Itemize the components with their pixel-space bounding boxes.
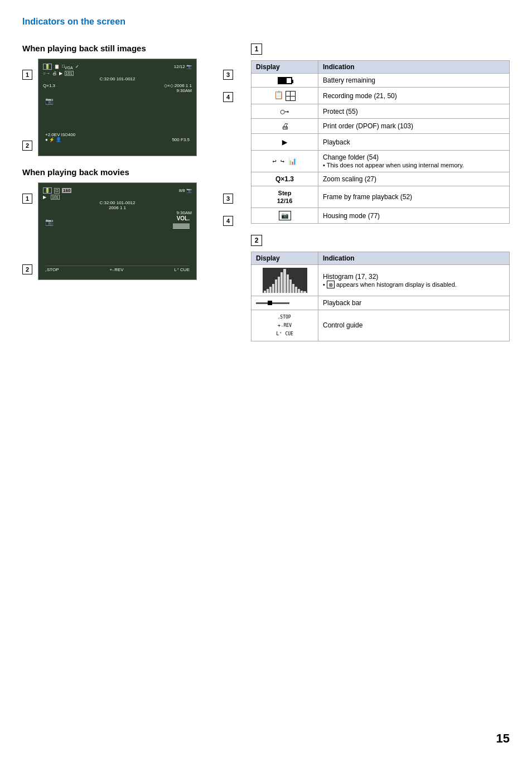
movies-heading: When playing back movies bbox=[22, 167, 234, 177]
indication-cell-housing: Housing mode (77) bbox=[318, 208, 510, 224]
display-cell-housing: 📷 bbox=[252, 208, 318, 224]
table2-col-display: Display bbox=[252, 252, 318, 265]
page-title: Indicators on the screen bbox=[22, 17, 510, 27]
table-row: ↩ ↪ 📊 Change folder (54) • This does not… bbox=[252, 151, 510, 172]
page-number: 15 bbox=[496, 731, 510, 746]
still-images-section: When playing back still images 1 2 3 4 bbox=[22, 44, 234, 156]
indication-cell-print: Print order (DPOF) mark (103) bbox=[318, 119, 510, 134]
indication-cell-playbar: Playback bar bbox=[318, 296, 510, 310]
indication-cell-battery: Battery remaining bbox=[318, 74, 510, 88]
display-cell-step: Step12/16 bbox=[252, 186, 318, 208]
display-cell-playbar bbox=[252, 296, 318, 310]
control-guide-display: ꜀STOP +₋REV L⁺ CUE bbox=[256, 313, 313, 337]
right-panel: 1 Display Indication bbox=[251, 44, 510, 353]
table1-section: 1 Display Indication bbox=[251, 44, 510, 224]
table-row: Step12/16 Frame by frame playback (52) bbox=[252, 186, 510, 208]
display-cell-print: 🖨 bbox=[252, 119, 318, 134]
indication-cell-folder: Change folder (54) • This does not appea… bbox=[318, 151, 510, 172]
label-3-still: 3 bbox=[223, 70, 234, 80]
table-row: Battery remaining bbox=[252, 74, 510, 88]
label-4-movie: 4 bbox=[223, 216, 234, 226]
indication-cell-protect: Protect (55) bbox=[318, 104, 510, 119]
still-images-camera-screen: 🔋 📋 □VGA ✓ 12/12 📷 ○→ 🖨 bbox=[38, 59, 197, 156]
table2: Display Indication Histogram (17, 32) bbox=[251, 252, 510, 341]
histogram-display bbox=[263, 268, 307, 293]
left-panel: When playing back still images 1 2 3 4 bbox=[22, 44, 234, 353]
table-row: ▶ Playback bbox=[252, 134, 510, 151]
label-1-movie: 1 bbox=[22, 194, 33, 204]
table-row: 📋 Recording mode (21, 50) bbox=[252, 88, 510, 104]
section-num-2: 2 bbox=[251, 235, 262, 246]
label-1-still: 1 bbox=[22, 70, 33, 80]
display-cell-battery bbox=[252, 74, 318, 88]
indication-cell-control-guide: Control guide bbox=[318, 310, 510, 341]
section-num-1: 1 bbox=[251, 44, 262, 55]
still-images-heading: When playing back still images bbox=[22, 44, 234, 53]
indication-cell-zoom: Zoom scaling (27) bbox=[318, 172, 510, 186]
movies-section: When playing back movies 1 2 3 4 bbox=[22, 167, 234, 280]
table-row: Q×1.3 Zoom scaling (27) bbox=[252, 172, 510, 186]
indication-cell-playback: Playback bbox=[318, 134, 510, 151]
table1-col-indication: Indication bbox=[318, 61, 510, 74]
table-row: 📷 Housing mode (77) bbox=[252, 208, 510, 224]
indication-cell-step: Frame by frame playback (52) bbox=[318, 186, 510, 208]
display-cell-playback: ▶ bbox=[252, 134, 318, 151]
playbar bbox=[256, 302, 289, 304]
label-3-movie: 3 bbox=[223, 194, 234, 204]
display-cell-protect: ○→ bbox=[252, 104, 318, 119]
display-cell-histogram bbox=[252, 265, 318, 296]
table-row: 🖨 Print order (DPOF) mark (103) bbox=[252, 119, 510, 134]
movies-screen-container: 1 2 3 4 🔋 ⊡ bbox=[22, 182, 234, 280]
table2-section: 2 Display Indication bbox=[251, 235, 510, 341]
label-4-still: 4 bbox=[223, 92, 234, 102]
table2-col-indication: Indication bbox=[318, 252, 510, 265]
table-row: Playback bar bbox=[252, 296, 510, 310]
display-cell-folder: ↩ ↪ 📊 bbox=[252, 151, 318, 172]
indication-cell-recording: Recording mode (21, 50) bbox=[318, 88, 510, 104]
display-cell-recording: 📋 bbox=[252, 88, 318, 104]
table1-col-display: Display bbox=[252, 61, 318, 74]
label-2-still: 2 bbox=[22, 141, 33, 151]
display-cell-control-guide: ꜀STOP +₋REV L⁺ CUE bbox=[252, 310, 318, 341]
indication-cell-histogram: Histogram (17, 32) • ⊗ appears when hist… bbox=[318, 265, 510, 296]
table1: Display Indication Battery remainin bbox=[251, 60, 510, 224]
table-row: Histogram (17, 32) • ⊗ appears when hist… bbox=[252, 265, 510, 296]
table-row: ○→ Protect (55) bbox=[252, 104, 510, 119]
table-row: ꜀STOP +₋REV L⁺ CUE Control guide bbox=[252, 310, 510, 341]
movies-camera-screen: 🔋 ⊡ 160 8/8 📷 ▶ 101 C:32:00 101- bbox=[38, 182, 197, 280]
playbar-container bbox=[256, 302, 313, 304]
still-images-screen-container: 1 2 3 4 🔋 📋 bbox=[22, 59, 234, 156]
label-2-movie: 2 bbox=[22, 264, 33, 274]
display-cell-zoom: Q×1.3 bbox=[252, 172, 318, 186]
